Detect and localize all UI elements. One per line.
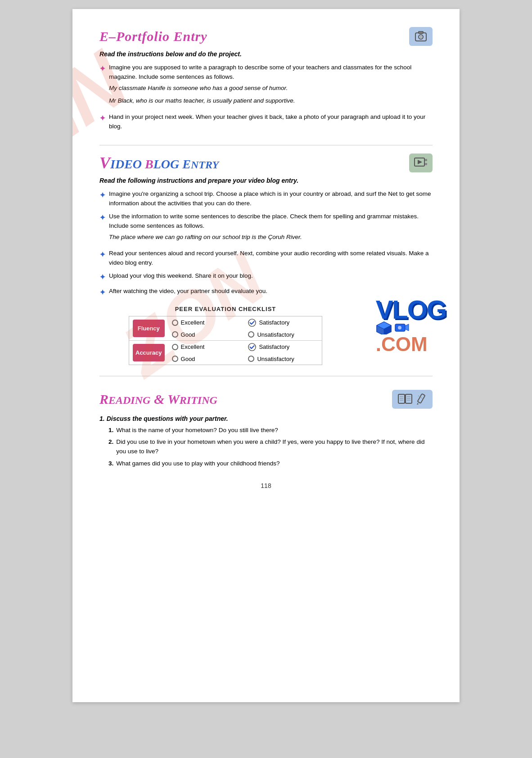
rw-section: READING & WRITING — [99, 390, 433, 469]
eportfolio-bullet-1-text: Imagine you are supposed to write a para… — [109, 63, 433, 109]
eportfolio-title: E–Portfolio Entry — [99, 29, 207, 44]
accuracy-good-cell: Good — [168, 353, 245, 365]
svg-point-3 — [420, 36, 422, 38]
fluency-satisfactory-cell: Satisfactory — [244, 316, 322, 329]
rw-title-text: READING & WRITING — [99, 392, 217, 407]
accuracy-row-top: Accuracy Excellent — [129, 340, 322, 353]
vb-plus-2: ✦ — [99, 212, 105, 224]
videoblog-title-row: VIDEO BLOG ENTRY — [99, 153, 433, 172]
rw-q3: 3. What games did you use to play with y… — [108, 459, 433, 469]
fluency-satisfactory-label: Satisfactory — [259, 319, 289, 326]
svg-marker-5 — [418, 160, 422, 164]
vb-bullet-3: ✦ Read your sentences aloud and record y… — [99, 249, 433, 268]
checklist-wrapper: PEER EVALUATION CHECKLIST Fluency — [99, 306, 433, 365]
accuracy-excellent-row: Excellent — [172, 343, 241, 350]
accuracy-label-cell: Accuracy — [129, 340, 168, 365]
accuracy-unsatisfactory-radio[interactable] — [248, 356, 254, 362]
fluency-excellent-cell: Excellent — [168, 316, 245, 329]
accuracy-excellent-radio[interactable] — [172, 344, 178, 350]
vlog-badge: VLOG .COM — [376, 297, 446, 354]
eportfolio-title-row: E–Portfolio Entry — [99, 27, 433, 46]
fluency-row-top: Fluency Excellent — [129, 316, 322, 329]
accuracy-satisfactory-cell: Satisfactory — [244, 340, 322, 353]
fluency-unsatisfactory-label: Unsatisfactory — [257, 331, 294, 338]
vb-italic-1: The place where we can go rafting on our… — [109, 233, 433, 242]
svg-point-8 — [248, 319, 256, 326]
fluency-label-cell: Fluency — [129, 316, 168, 341]
vb-plus-5: ✦ — [99, 287, 105, 298]
eportfolio-bullet-1: ✦ Imagine you are supposed to write a pa… — [99, 63, 433, 109]
fluency-good-radio[interactable] — [172, 331, 178, 338]
pencil-icon — [415, 393, 427, 406]
vlog-com-text: .COM — [376, 334, 446, 354]
separator-1 — [99, 145, 433, 145]
accuracy-unsatisfactory-row: Unsatisfactory — [248, 356, 318, 362]
accuracy-good-row: Good — [172, 356, 241, 362]
checklist-table: Fluency Excellent — [129, 316, 322, 365]
fluency-excellent-radio[interactable] — [172, 320, 178, 326]
accuracy-unsatisfactory-label: Unsatisfactory — [257, 356, 294, 362]
accuracy-satisfactory-label: Satisfactory — [259, 343, 289, 350]
rw-q1: 1. What is the name of your hometown? Do… — [108, 426, 433, 435]
vb-bullet-4: ✦ Upload your vlog this weekend. Share i… — [99, 271, 433, 283]
fluency-unsatisfactory-cell: Unsatisfactory — [244, 329, 322, 341]
accuracy-satisfactory-check-icon — [248, 343, 256, 351]
svg-rect-6 — [425, 159, 427, 161]
italic-line-1: My classmate Hanife is someone who has a… — [109, 84, 433, 93]
v-letter: V — [99, 154, 110, 172]
vlog-text: VLOG — [376, 297, 446, 323]
italic-line-2: Mr Black, who is our maths teacher, is u… — [109, 96, 433, 105]
eportfolio-icon — [409, 27, 433, 46]
svg-rect-18 — [406, 394, 412, 403]
fluency-good-label: Good — [181, 331, 195, 338]
accuracy-good-radio[interactable] — [172, 356, 178, 362]
rw-section-1-header: 1. Discuss the questions with your partn… — [99, 415, 433, 422]
svg-rect-26 — [418, 393, 425, 403]
vb-bullet-2: ✦ Use the information to write some sent… — [99, 212, 433, 245]
fluency-unsatisfactory-radio[interactable] — [248, 331, 254, 338]
rw-q2: 2. Did you use to live in your hometown … — [108, 438, 433, 456]
vb-bullet-2-content: Use the information to write some senten… — [109, 212, 433, 245]
vlog-camera2-icon — [395, 322, 409, 334]
rw-section-1-title: Discuss the questions with your partner. — [107, 415, 228, 422]
separator-2 — [99, 376, 433, 376]
log-text: LOG — [153, 157, 183, 171]
accuracy-unsatisfactory-cell: Unsatisfactory — [244, 353, 322, 365]
blog-word: B — [145, 157, 153, 171]
camera-icon — [415, 30, 427, 43]
svg-point-16 — [398, 326, 401, 329]
accuracy-excellent-label: Excellent — [181, 343, 205, 350]
rw-q3-num: 3. — [108, 459, 113, 469]
page: IN ZON E–Portfolio Entry Read the instru… — [72, 9, 460, 702]
bullet-plus-icon-1: ✦ — [99, 63, 105, 75]
rw-title-row: READING & WRITING — [99, 390, 433, 409]
vb-plus-4: ✦ — [99, 272, 105, 283]
eportfolio-bullet-1-content: Imagine you are supposed to write a para… — [109, 64, 411, 80]
svg-marker-27 — [417, 403, 419, 405]
vb-bullet-2-text: Use the information to write some senten… — [109, 213, 419, 229]
play-icon — [414, 158, 428, 168]
svg-marker-15 — [405, 324, 409, 331]
vb-plus-1: ✦ — [99, 190, 105, 201]
eportfolio-bullet-2: ✦ Hand in your project next week. When y… — [99, 113, 433, 131]
accuracy-good-label: Good — [181, 356, 195, 362]
rw-q1-text: What is the name of your hometown? Do yo… — [116, 426, 278, 435]
vb-plus-3: ✦ — [99, 249, 105, 261]
fluency-satisfactory-check-icon — [248, 319, 256, 327]
accuracy-label: Accuracy — [133, 344, 165, 361]
rw-section-1: 1. Discuss the questions with your partn… — [99, 415, 433, 469]
rw-q2-num: 2. — [108, 438, 113, 447]
eportfolio-instruction: Read the instructions below and do the p… — [99, 50, 433, 58]
videoblog-title: VIDEO BLOG ENTRY — [99, 153, 219, 172]
accuracy-excellent-cell: Excellent — [168, 340, 245, 353]
vb-bullet-4-text: Upload your vlog this weekend. Share it … — [109, 271, 253, 281]
book-icon — [397, 393, 413, 406]
accuracy-satisfactory-row: Satisfactory — [248, 343, 318, 351]
fluency-excellent-row: Excellent — [172, 319, 241, 326]
rw-q2-text: Did you use to live in your hometown whe… — [116, 438, 433, 456]
checklist-title: PEER EVALUATION CHECKLIST — [99, 306, 352, 312]
fluency-good-row: Good — [172, 331, 241, 338]
vb-bullet-3-text: Read your sentences aloud and record you… — [109, 249, 433, 268]
fluency-label: Fluency — [133, 320, 165, 337]
vlog-cube-icon — [376, 321, 392, 334]
